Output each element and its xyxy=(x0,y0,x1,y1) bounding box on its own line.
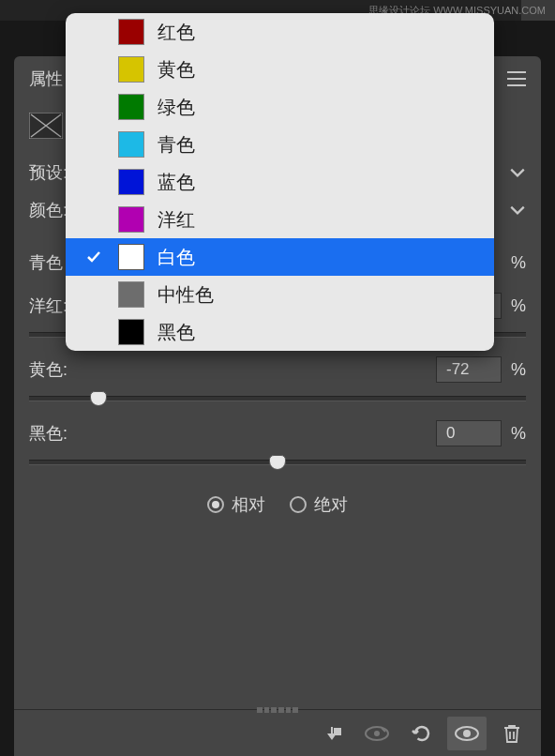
color-swatch xyxy=(118,244,144,270)
dropdown-item[interactable]: 蓝色 xyxy=(66,163,494,201)
black-slider-track[interactable] xyxy=(29,460,526,465)
svg-point-3 xyxy=(374,731,380,736)
dropdown-item-label: 白色 xyxy=(158,245,195,270)
dropdown-item-label: 青色 xyxy=(158,132,195,158)
dropdown-item-label: 黄色 xyxy=(158,57,195,83)
color-swatch xyxy=(118,56,144,83)
radio-circle-icon xyxy=(290,496,307,513)
black-slider-row: 黑色: % xyxy=(29,420,526,446)
color-swatch xyxy=(118,169,144,195)
check-icon xyxy=(82,249,105,265)
yellow-label: 黄色: xyxy=(29,358,436,381)
color-swatch xyxy=(118,131,144,158)
dropdown-item[interactable]: 绿色 xyxy=(66,88,494,126)
color-swatch xyxy=(118,94,144,120)
percent-sign: % xyxy=(511,253,526,273)
method-radio-group: 相对 绝对 xyxy=(29,493,526,516)
color-swatch xyxy=(118,319,144,345)
yellow-value-input[interactable] xyxy=(436,356,502,383)
view-previous-button[interactable] xyxy=(357,717,397,750)
absolute-radio[interactable]: 绝对 xyxy=(290,493,348,516)
svg-point-5 xyxy=(463,730,471,737)
reset-button[interactable] xyxy=(402,717,442,750)
dropdown-item-label: 中性色 xyxy=(158,282,214,308)
dropdown-item[interactable]: 洋红 xyxy=(66,201,494,238)
radio-circle-icon xyxy=(207,496,224,513)
clip-to-layer-button[interactable] xyxy=(312,717,352,750)
dropdown-item[interactable]: 红色 xyxy=(66,13,494,51)
dropdown-item[interactable]: 中性色 xyxy=(66,276,494,313)
dropdown-item-label: 黑色 xyxy=(158,320,195,345)
percent-sign: % xyxy=(511,424,526,444)
dropdown-item-label: 蓝色 xyxy=(158,170,195,195)
dropdown-item[interactable]: 青色 xyxy=(66,126,494,163)
color-range-dropdown: 红色黄色绿色青色蓝色洋红白色中性色黑色 xyxy=(66,13,494,351)
dropdown-item[interactable]: 白色 xyxy=(66,238,494,276)
svg-rect-1 xyxy=(334,728,341,735)
black-label: 黑色: xyxy=(29,422,436,445)
yellow-slider-row: 黄色: % xyxy=(29,356,526,383)
color-swatch xyxy=(118,281,144,308)
delete-button[interactable] xyxy=(492,717,532,750)
relative-label: 相对 xyxy=(232,493,265,516)
resize-grip-icon[interactable] xyxy=(257,707,298,713)
chevron-down-icon xyxy=(509,202,526,219)
dropdown-item[interactable]: 黄色 xyxy=(66,51,494,88)
yellow-slider-thumb[interactable] xyxy=(90,391,107,406)
black-slider-thumb[interactable] xyxy=(269,455,286,470)
dropdown-item-label: 红色 xyxy=(158,20,195,45)
dropdown-item[interactable]: 黑色 xyxy=(66,313,494,351)
dropdown-item-label: 洋红 xyxy=(158,207,195,233)
color-swatch xyxy=(118,19,144,45)
panel-bottom-bar xyxy=(14,709,541,756)
yellow-slider-track[interactable] xyxy=(29,396,526,401)
color-swatch xyxy=(118,206,144,233)
dropdown-item-label: 绿色 xyxy=(158,95,195,120)
percent-sign: % xyxy=(511,296,526,316)
relative-radio[interactable]: 相对 xyxy=(207,493,265,516)
panel-menu-icon[interactable] xyxy=(507,71,526,86)
black-value-input[interactable] xyxy=(436,420,502,446)
chevron-down-icon xyxy=(509,164,526,181)
percent-sign: % xyxy=(511,360,526,380)
absolute-label: 绝对 xyxy=(314,493,348,516)
visibility-toggle-button[interactable] xyxy=(447,717,487,750)
